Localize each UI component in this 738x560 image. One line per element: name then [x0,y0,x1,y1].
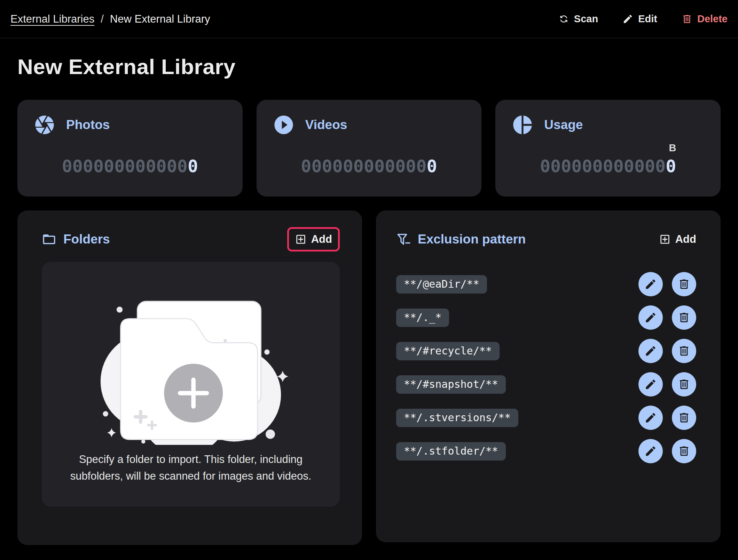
add-exclusion-pattern-button[interactable]: Add [659,233,696,246]
page-title: New External Library [17,54,721,79]
pattern-row: **/#snapshot/** [396,368,696,401]
exclusion-pattern-list: **/@eaDir/** **/._* **/#recycle/** [396,267,696,468]
pattern-row: **/#recycle/** [396,334,696,368]
pattern-row: **/@eaDir/** [396,267,696,301]
trash-icon [678,345,690,357]
usage-stat-card: Usage B0000000000000 [495,100,721,197]
trash-icon [678,378,690,391]
pencil-icon [644,345,657,357]
breadcrumb: External Libraries / New External Librar… [10,13,210,25]
delete-label: Delete [697,13,728,25]
folders-panel: Folders Add [17,210,362,545]
exclusion-pattern-panel: Exclusion pattern Add **/@eaDir/** **/._ [376,210,721,542]
pencil-icon [644,278,657,290]
pattern-chip: **/.stfolder/** [396,442,506,461]
stat-label-usage: Usage [544,118,583,132]
edit-pattern-button[interactable] [638,305,663,330]
add-exclusion-label: Add [675,233,696,246]
pattern-row: **/._* [396,301,696,334]
play-circle-icon [273,114,295,136]
top-bar: External Libraries / New External Librar… [0,0,738,38]
trash-icon [678,311,690,324]
breadcrumb-separator: / [101,13,104,25]
trash-icon [678,411,690,424]
edit-label: Edit [638,13,657,25]
trash-icon [678,445,690,457]
exclusion-title: Exclusion pattern [418,232,526,247]
add-folder-focus-ring: Add [287,227,340,251]
stats-row: Photos 0000000000000 Videos 000000000000… [17,100,721,197]
folders-title: Folders [63,232,110,247]
plus-box-icon [295,233,307,245]
scan-button[interactable]: Scan [558,13,598,25]
folders-empty-caption: Specify a folder to import. This folder,… [53,451,328,485]
pie-chart-icon [511,114,534,136]
stat-label-videos: Videos [305,118,347,132]
trash-icon [678,278,690,290]
pencil-icon [644,311,657,324]
panels-row: Folders Add [17,210,721,545]
scan-label: Scan [574,13,598,25]
sync-icon [556,11,571,27]
edit-pattern-button[interactable] [638,372,663,397]
photos-count: 0000000000000 [62,158,198,175]
photos-stat-card: Photos 0000000000000 [17,100,243,197]
edit-pattern-button[interactable] [638,406,663,430]
breadcrumb-current: New External Library [110,13,210,25]
pencil-icon [644,378,657,391]
stat-label-photos: Photos [66,118,110,132]
folders-empty-state: Specify a folder to import. This folder,… [42,262,340,507]
edit-pattern-button[interactable] [638,339,663,363]
filter-minus-icon [396,232,411,247]
usage-unit: B [669,143,676,153]
pattern-chip: **/@eaDir/** [396,275,487,294]
delete-pattern-button[interactable] [672,305,696,330]
videos-stat-card: Videos 0000000000000 [257,100,482,197]
delete-pattern-button[interactable] [672,439,696,463]
breadcrumb-parent-link[interactable]: External Libraries [10,13,94,25]
delete-pattern-button[interactable] [672,372,696,397]
plus-box-icon [659,233,671,245]
add-folder-label: Add [311,233,332,246]
library-detail-page: New External Library Photos 000000000000… [0,54,738,545]
pattern-chip: **/._* [396,309,449,327]
trash-icon [682,14,692,24]
edit-button[interactable]: Edit [622,13,657,25]
add-folder-button[interactable]: Add [295,233,332,246]
pencil-icon [644,411,657,424]
topbar-actions: Scan Edit Delete [558,13,728,25]
pattern-row: **/.stversions/** [396,401,696,434]
delete-button[interactable]: Delete [682,13,728,25]
pattern-chip: **/.stversions/** [396,409,518,427]
folder-empty-illustration [86,278,295,445]
pattern-chip: **/#recycle/** [396,342,500,360]
pencil-icon [644,445,657,457]
delete-pattern-button[interactable] [672,272,696,296]
edit-pattern-button[interactable] [638,272,663,296]
camera-iris-icon [33,114,56,136]
pattern-row: **/.stfolder/** [396,434,696,468]
delete-pattern-button[interactable] [672,339,696,363]
videos-count: 0000000000000 [301,158,437,175]
edit-pattern-button[interactable] [638,439,663,463]
folder-icon [42,232,56,247]
delete-pattern-button[interactable] [672,406,696,430]
usage-count: B0000000000000 [540,158,676,175]
pattern-chip: **/#snapshot/** [396,375,506,394]
pencil-icon [622,14,633,24]
